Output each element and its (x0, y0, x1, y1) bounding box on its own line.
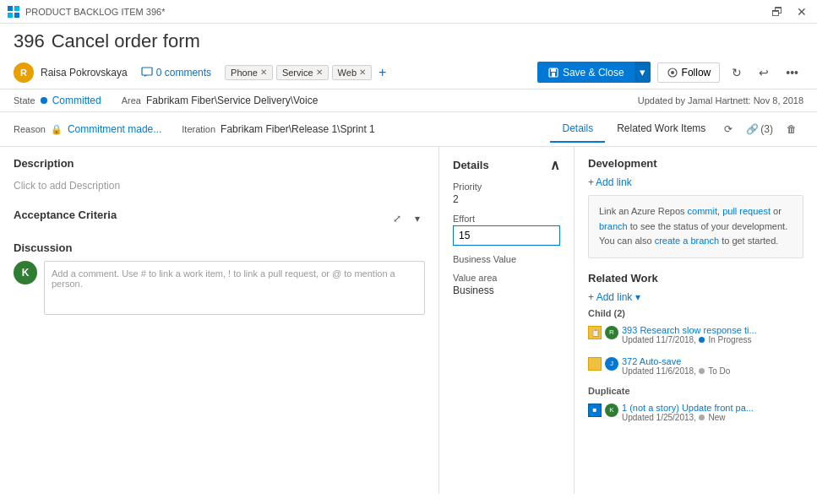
tag-service-close[interactable]: ✕ (316, 68, 323, 77)
tab-history[interactable]: ⟳ (717, 120, 739, 138)
expand-icon[interactable]: ⤢ (388, 209, 406, 228)
tab-links[interactable]: 🔗 (3) (739, 120, 780, 138)
description-placeholder[interactable]: Click to add Description (14, 176, 425, 195)
work-item-number: 396 (14, 30, 45, 52)
child-item-2-content: 372 Auto-save Updated 11/6/2018, To Do (622, 356, 803, 376)
acceptance-title: Acceptance Criteria (14, 209, 117, 221)
discussion-section: Discussion K Add a comment. Use # to lin… (14, 241, 425, 315)
effort-input[interactable] (453, 225, 560, 246)
child-item-2-status-dot (699, 368, 705, 374)
state-bar: State Committed Area Fabrikam Fiber\Serv… (0, 89, 817, 112)
dev-info-box: Link an Azure Repos commit, pull request… (588, 195, 803, 258)
area-item: Area Fabrikam Fiber\Service Delivery\Voi… (122, 95, 319, 106)
development-section: Development + Add link Link an Azure Rep… (588, 157, 803, 258)
svg-text:📋: 📋 (591, 328, 600, 337)
work-item-name: Cancel order form (52, 30, 200, 52)
svg-point-9 (671, 71, 674, 74)
related-add-link-button[interactable]: + Add link ▾ (588, 291, 803, 303)
tag-phone-close[interactable]: ✕ (260, 68, 267, 77)
reason-item: Reason 🔒 Commitment made... (14, 123, 161, 135)
tag-web: Web ✕ (332, 65, 372, 80)
child-item-1-avatar: R (605, 326, 618, 339)
duplicate-item-1-meta: Updated 1/25/2013, New (622, 413, 803, 422)
area-value: Fabrikam Fiber\Service Delivery\Voice (146, 95, 318, 106)
user-avatar: K (14, 261, 37, 285)
tab-related[interactable]: Related Work Items (605, 116, 717, 143)
state-item: State Committed (14, 95, 101, 106)
tag-web-close[interactable]: ✕ (359, 68, 366, 77)
related-title: Related Work (588, 272, 803, 285)
pull-request-link[interactable]: pull request (722, 206, 771, 216)
svg-rect-2 (8, 13, 13, 18)
acceptance-icons: ⤢ ▾ (388, 209, 425, 228)
state-dot (41, 97, 47, 104)
svg-rect-12 (590, 359, 600, 369)
acceptance-section: Acceptance Criteria ⤢ ▾ (14, 209, 425, 228)
collapse-icon[interactable]: ▾ (410, 209, 425, 228)
tag-service: Service ✕ (276, 65, 329, 80)
restore-button[interactable]: 🗗 (768, 5, 787, 19)
app-icon (7, 5, 20, 19)
child-label: Child (2) (588, 308, 803, 318)
title-bar-text: PRODUCT BACKLOG ITEM 396* (25, 7, 165, 17)
description-title: Description (14, 157, 425, 170)
duplicate-item-1-title[interactable]: 1 (not a story) Update front pa... (622, 403, 803, 413)
comment-input[interactable]: Add a comment. Use # to link a work item… (44, 261, 425, 315)
svg-rect-1 (14, 6, 19, 11)
effort-label: Effort (453, 214, 560, 224)
state-value[interactable]: Committed (52, 95, 101, 106)
tabs-container: Details Related Work Items ⟳ 🔗 (3) 🗑 (550, 116, 803, 143)
tags-container: Phone ✕ Service ✕ Web ✕ + (225, 65, 389, 80)
title-bar-controls: 🗗 ✕ (768, 5, 810, 19)
svg-rect-3 (14, 13, 19, 18)
close-button[interactable]: ✕ (793, 5, 810, 19)
details-panel: Details ∧ Priority 2 Effort Business Val… (439, 147, 575, 494)
comments-button[interactable]: 0 comments (141, 67, 211, 79)
discussion-input-area: K Add a comment. Use # to link a work it… (14, 261, 425, 315)
child-item-1-icon: 📋 (588, 326, 602, 339)
dev-add-link-button[interactable]: + Add link (588, 176, 803, 188)
create-branch-link[interactable]: create a branch (655, 236, 719, 246)
tab-attachments[interactable]: 🗑 (780, 120, 803, 138)
priority-value: 2 (453, 193, 560, 205)
refresh-button[interactable]: ↻ (727, 62, 747, 83)
child-item-1-title[interactable]: 393 Research slow response ti... (622, 325, 803, 335)
svg-rect-7 (552, 73, 555, 77)
more-button[interactable]: ••• (781, 62, 803, 83)
business-value-label: Business Value (453, 254, 560, 264)
duplicate-item-1-avatar: K (605, 404, 618, 417)
save-close-button[interactable]: Save & Close (537, 62, 635, 83)
details-title: Details ∧ (453, 157, 560, 173)
save-button-group: Save & Close ▾ (537, 62, 651, 83)
commit-link[interactable]: commit (688, 206, 717, 216)
svg-rect-4 (142, 68, 152, 75)
child-item-1: 📋 R 393 Research slow response ti... Upd… (588, 322, 803, 348)
iteration-value: Fabrikam Fiber\Release 1\Sprint 1 (221, 123, 375, 135)
tab-details[interactable]: Details (550, 116, 605, 143)
child-item-2-title[interactable]: 372 Auto-save (622, 356, 803, 366)
undo-button[interactable]: ↩ (754, 62, 774, 83)
svg-rect-6 (551, 68, 556, 72)
save-dropdown-button[interactable]: ▾ (635, 62, 651, 83)
toolbar: R Raisa Pokrovskaya 0 comments Phone ✕ S… (0, 56, 817, 89)
add-tag-button[interactable]: + (375, 65, 389, 80)
details-collapse-icon[interactable]: ∧ (550, 157, 560, 173)
branch-link[interactable]: branch (599, 221, 628, 231)
right-panel: Development + Add link Link an Azure Rep… (575, 147, 817, 494)
main-content: Description Click to add Description Acc… (0, 147, 817, 494)
duplicate-item-1-content: 1 (not a story) Update front pa... Updat… (622, 403, 803, 422)
child-item-1-meta: Updated 11/7/2018, In Progress (622, 335, 803, 344)
duplicate-item-1-icon: ■ (588, 404, 602, 417)
reason-value[interactable]: Commitment made... (68, 123, 161, 135)
description-section: Description Click to add Description (14, 157, 425, 195)
duplicate-item-1: ■ K 1 (not a story) Update front pa... U… (588, 399, 803, 425)
left-panel: Description Click to add Description Acc… (0, 147, 439, 494)
title-bar: PRODUCT BACKLOG ITEM 396* 🗗 ✕ (0, 0, 817, 24)
dev-title: Development (588, 157, 803, 170)
updated-text: Updated by Jamal Hartnett: Nov 8, 2018 (638, 95, 803, 106)
iteration-item: Iteration Fabrikam Fiber\Release 1\Sprin… (182, 123, 375, 135)
follow-button[interactable]: Follow (657, 62, 721, 83)
priority-label: Priority (453, 182, 560, 192)
value-area-value: Business (453, 285, 560, 296)
author-avatar: R (14, 62, 34, 83)
